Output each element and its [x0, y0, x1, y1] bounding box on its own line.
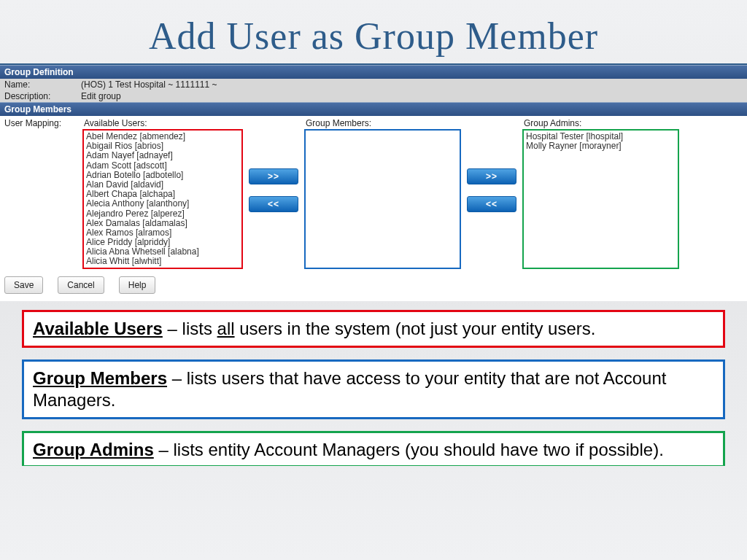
description-row: Description: Edit group: [0, 90, 747, 102]
callout-available-users: Available Users – lists all users in the…: [22, 310, 725, 348]
name-value: (HOS) 1 Test Hospital ~ 1111111 ~: [81, 79, 217, 90]
admins-arrows: >> <<: [467, 168, 516, 212]
callout-admins-lead: Group Admins: [33, 440, 154, 459]
description-label: Description:: [4, 91, 81, 101]
callout-members-lead: Group Members: [33, 368, 167, 388]
callout-group-admins: Group Admins – lists entity Account Mana…: [22, 431, 725, 466]
group-definition-header: Group Definition: [0, 65, 747, 79]
user-mapping-area: User Mapping: Available Users: Abel Mend…: [0, 116, 747, 269]
available-users-label: Available Users:: [82, 117, 243, 129]
available-users-column: Available Users: Abel Mendez [abmendez]A…: [82, 117, 243, 269]
list-item[interactable]: Alishia Dover-Wadley [aldover]: [85, 267, 240, 269]
group-members-header: Group Members: [0, 102, 747, 116]
remove-from-members-button[interactable]: <<: [249, 196, 298, 212]
group-members-label: Group Members:: [304, 117, 461, 129]
callout-available-underline: all: [217, 319, 235, 338]
name-row: Name: (HOS) 1 Test Hospital ~ 1111111 ~: [0, 79, 747, 90]
group-members-listbox[interactable]: [304, 129, 461, 269]
user-mapping-label: User Mapping:: [4, 117, 77, 128]
callout-available-sep: – lists: [163, 319, 217, 338]
group-definition-panel: Group Definition Name: (HOS) 1 Test Hosp…: [0, 65, 747, 301]
list-item[interactable]: Adam Scott [adscott]: [85, 161, 240, 171]
description-value: Edit group: [81, 91, 121, 101]
legend-callouts: Available Users – lists all users in the…: [0, 301, 747, 466]
list-item[interactable]: Adrian Botello [adbotello]: [85, 171, 240, 180]
callout-admins-rest: – lists entity Account Managers (you sho…: [154, 440, 664, 459]
callout-available-rest: users in the system (not just your entit…: [235, 319, 596, 338]
move-to-members-button[interactable]: >>: [249, 168, 298, 184]
group-admins-column: Group Admins: Hospital Tester [lhospital…: [522, 117, 679, 269]
available-users-listbox[interactable]: Abel Mendez [abmendez]Abigail Rios [abri…: [82, 129, 243, 269]
group-members-column: Group Members:: [304, 117, 461, 269]
remove-from-admins-button[interactable]: <<: [467, 196, 516, 212]
help-button[interactable]: Help: [119, 276, 156, 294]
group-admins-label: Group Admins:: [522, 117, 679, 129]
action-buttons-row: Save Cancel Help: [0, 269, 747, 297]
callout-available-lead: Available Users: [33, 319, 163, 338]
list-item[interactable]: Alejandro Perez [alperez]: [85, 209, 240, 219]
list-item[interactable]: Alicia Whitt [alwhitt]: [85, 257, 240, 266]
list-item[interactable]: Molly Rayner [morayner]: [525, 141, 676, 151]
save-button[interactable]: Save: [4, 276, 43, 294]
name-label: Name:: [4, 79, 81, 90]
list-item[interactable]: Adam Nayef [adnayef]: [85, 151, 240, 160]
members-arrows: >> <<: [249, 168, 298, 212]
list-item[interactable]: Alecia Anthony [alanthony]: [85, 199, 240, 209]
group-admins-listbox[interactable]: Hospital Tester [lhospital]Molly Rayner …: [522, 129, 679, 269]
cancel-button[interactable]: Cancel: [58, 276, 104, 294]
callout-group-members: Group Members – lists users that have ac…: [22, 359, 725, 419]
page-title: Add User as Group Member: [0, 0, 747, 65]
list-item[interactable]: Alex Damalas [aldamalas]: [85, 219, 240, 228]
move-to-admins-button[interactable]: >>: [467, 168, 516, 184]
